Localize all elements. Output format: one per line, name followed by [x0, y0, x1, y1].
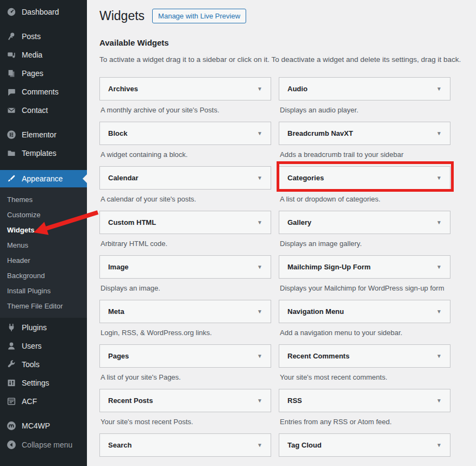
widget-categories[interactable]: Categories ▼ — [279, 166, 450, 190]
chevron-down-icon[interactable]: ▼ — [257, 354, 262, 359]
widget-rss[interactable]: RSS ▼ — [279, 389, 450, 412]
chevron-down-icon[interactable]: ▼ — [257, 309, 262, 314]
submenu-label: Customize — [7, 211, 40, 219]
widget-calendar[interactable]: Calendar ▼ — [99, 166, 271, 190]
widget-cell: Meta ▼ Login, RSS, & WordPress.org links… — [99, 300, 271, 337]
submenu-item-header[interactable]: Header — [0, 253, 87, 268]
submenu-item-background[interactable]: Background — [0, 268, 87, 283]
submenu-label: Theme File Editor — [7, 302, 63, 310]
sidebar-item-users[interactable]: Users — [0, 337, 87, 355]
sidebar-item-mc4wp[interactable]: MC4WP — [0, 417, 87, 435]
widget-mailchimp-signup-form[interactable]: Mailchimp Sign-Up Form ▼ — [279, 255, 450, 279]
chevron-down-icon[interactable]: ▼ — [436, 265, 442, 270]
widget-description: Entries from any RSS or Atom feed. — [279, 418, 450, 426]
pushpin-icon — [5, 31, 17, 42]
chevron-down-icon[interactable]: ▼ — [257, 86, 262, 92]
chevron-down-icon[interactable]: ▼ — [436, 175, 442, 181]
widget-recent-posts[interactable]: Recent Posts ▼ — [99, 389, 271, 412]
chevron-down-icon[interactable]: ▼ — [436, 309, 442, 314]
widget-search[interactable]: Search ▼ — [99, 433, 271, 457]
widget-title: Search — [108, 441, 131, 449]
widgets-grid: Archives ▼ A monthly archive of your sit… — [99, 77, 476, 457]
sidebar-item-comments[interactable]: Comments — [0, 83, 87, 101]
sidebar-item-elementor[interactable]: Elementor — [0, 125, 87, 144]
chevron-down-icon[interactable]: ▼ — [436, 398, 442, 404]
available-widgets-heading: Available Widgets — [99, 38, 476, 47]
media-icon — [5, 49, 17, 60]
widget-archives[interactable]: Archives ▼ — [99, 77, 271, 100]
sidebar-item-label: Contact — [22, 106, 48, 115]
widget-title: Pages — [108, 352, 129, 360]
chevron-down-icon[interactable]: ▼ — [436, 220, 442, 225]
widget-cell: Custom HTML ▼ Arbitrary HTML code. — [99, 211, 271, 248]
chevron-down-icon[interactable]: ▼ — [257, 265, 262, 270]
widget-meta[interactable]: Meta ▼ — [99, 300, 271, 323]
widget-description: Adds a breadcrumb trail to your sidebar — [279, 150, 450, 159]
widget-description: A list or dropdown of categories. — [279, 195, 450, 204]
chevron-down-icon[interactable]: ▼ — [257, 220, 262, 225]
sidebar-item-appearance[interactable]: Appearance — [0, 170, 87, 187]
sidebar-item-label: Appearance — [22, 174, 63, 183]
chevron-down-icon[interactable]: ▼ — [436, 443, 442, 448]
widget-description: A list of your site's Pages. — [99, 373, 271, 382]
sidebar-item-contact[interactable]: Contact — [0, 101, 87, 119]
submenu-label: Themes — [7, 196, 33, 204]
widget-custom-html[interactable]: Custom HTML ▼ — [99, 211, 271, 234]
widget-cell: Pages ▼ A list of your site's Pages. — [99, 344, 271, 382]
widget-gallery[interactable]: Gallery ▼ — [279, 211, 450, 234]
chevron-down-icon[interactable]: ▼ — [436, 86, 442, 92]
user-icon — [5, 341, 17, 351]
chevron-down-icon[interactable]: ▼ — [257, 131, 262, 136]
submenu-item-install-plugins[interactable]: Install Plugins — [0, 283, 87, 298]
dashboard-icon — [5, 7, 17, 17]
widget-recent-comments[interactable]: Recent Comments ▼ — [279, 344, 450, 368]
sidebar-item-tools[interactable]: Tools — [0, 355, 87, 374]
sidebar-item-label: Posts — [22, 32, 41, 41]
widget-cell: Archives ▼ A monthly archive of your sit… — [99, 77, 271, 115]
widget-cell: Calendar ▼ A calendar of your site's pos… — [99, 166, 271, 204]
submenu-label: Background — [7, 272, 45, 280]
submenu-label: Install Plugins — [7, 287, 51, 295]
table-icon — [5, 396, 17, 407]
widget-cell: Navigation Menu ▼ Add a navigation menu … — [279, 300, 450, 337]
chevron-down-icon[interactable]: ▼ — [257, 443, 262, 448]
sidebar-item-posts[interactable]: Posts — [0, 27, 87, 46]
chevron-down-icon[interactable]: ▼ — [436, 354, 442, 359]
widget-cell: Mailchimp Sign-Up Form ▼ Displays your M… — [279, 255, 450, 293]
sidebar-item-media[interactable]: Media — [0, 46, 87, 64]
submenu-item-widgets[interactable]: Widgets — [0, 222, 87, 237]
sidebar-item-collapse-menu[interactable]: Collapse menu — [0, 436, 87, 454]
sidebar-item-acf[interactable]: ACF — [0, 392, 87, 411]
widget-block[interactable]: Block ▼ — [99, 122, 271, 145]
admin-sidebar: Dashboard Posts Media Pages Comments Con… — [0, 0, 87, 466]
submenu-item-theme-file-editor[interactable]: Theme File Editor — [0, 298, 87, 313]
widget-tag-cloud[interactable]: Tag Cloud ▼ — [279, 433, 450, 457]
sidebar-item-dashboard[interactable]: Dashboard — [0, 3, 87, 21]
widget-image[interactable]: Image ▼ — [99, 255, 271, 279]
sidebar-item-settings[interactable]: Settings — [0, 374, 87, 392]
widget-description: Your site's most recent Posts. — [99, 418, 271, 426]
widget-cell: Recent Posts ▼ Your site's most recent P… — [99, 389, 271, 426]
sidebar-item-label: Users — [22, 342, 42, 350]
submenu-item-customize[interactable]: Customize — [0, 207, 87, 222]
chevron-down-icon[interactable]: ▼ — [257, 398, 262, 404]
sidebar-item-label: Dashboard — [22, 8, 59, 16]
sidebar-item-label: MC4WP — [22, 421, 50, 430]
widget-cell: Block ▼ A widget containing a block. — [99, 122, 271, 159]
submenu-item-menus[interactable]: Menus — [0, 237, 87, 253]
chevron-down-icon[interactable]: ▼ — [436, 131, 442, 136]
submenu-item-themes[interactable]: Themes — [0, 192, 87, 207]
widget-pages[interactable]: Pages ▼ — [99, 344, 271, 368]
collapse-arrow-icon — [5, 439, 17, 450]
plug-icon — [5, 322, 17, 333]
widget-audio[interactable]: Audio ▼ — [279, 77, 450, 100]
sidebar-item-pages[interactable]: Pages — [0, 64, 87, 83]
widget-breadcrumb-navxt[interactable]: Breadcrumb NavXT ▼ — [279, 122, 450, 145]
main-content: Widgets Manage with Live Preview Availab… — [87, 0, 476, 466]
sidebar-item-plugins[interactable]: Plugins — [0, 318, 87, 337]
widget-navigation-menu[interactable]: Navigation Menu ▼ — [279, 300, 450, 323]
chevron-down-icon[interactable]: ▼ — [257, 175, 262, 181]
sidebar-item-templates[interactable]: Templates — [0, 144, 87, 162]
widget-title: Recent Comments — [287, 352, 349, 360]
manage-live-preview-button[interactable]: Manage with Live Preview — [152, 9, 246, 23]
